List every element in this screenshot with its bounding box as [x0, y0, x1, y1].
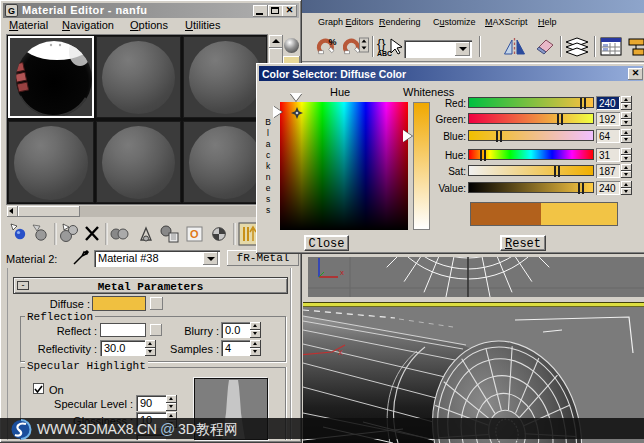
svg-text:ABC: ABC — [377, 50, 392, 57]
svg-text:{}: {} — [377, 36, 386, 51]
svg-text:x: x — [338, 347, 343, 357]
svg-text:O: O — [190, 228, 199, 240]
svg-text:x: x — [340, 268, 344, 277]
svg-text:%: % — [329, 37, 337, 47]
